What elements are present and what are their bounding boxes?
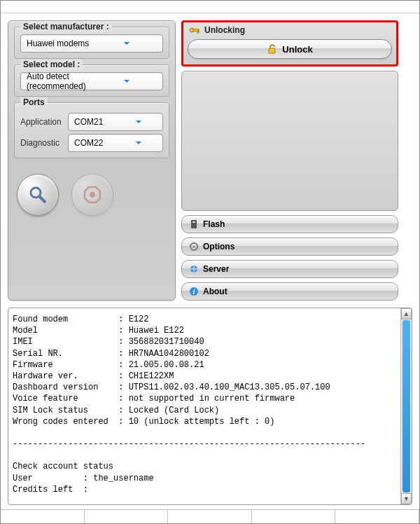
stop-button[interactable] — [71, 174, 113, 216]
manufacturer-combo[interactable]: Huawei modems — [20, 34, 163, 53]
log-area: Found modem : E122 Model : Huawei E122 I… — [8, 308, 412, 505]
padlock-open-icon — [267, 44, 276, 54]
chevron-down-icon — [117, 137, 160, 149]
flash-icon — [189, 219, 199, 229]
unlock-highlight: Unlocking Unlock — [181, 20, 398, 67]
model-value: Auto detect (recommended) — [27, 71, 93, 91]
chevron-down-icon — [93, 37, 160, 50]
content-panel — [181, 71, 398, 211]
model-label: Select model : — [20, 60, 83, 69]
unlocking-header: Unlocking — [188, 25, 392, 39]
chevron-down-icon — [117, 116, 160, 128]
model-group: Select model : Auto detect (recommended) — [14, 64, 169, 97]
stop-icon — [83, 185, 102, 205]
search-icon — [27, 184, 48, 205]
svg-rect-8 — [191, 220, 197, 228]
flash-button[interactable]: Flash — [181, 215, 398, 233]
options-label: Options — [203, 242, 234, 251]
options-button[interactable]: Options — [181, 237, 398, 256]
model-combo[interactable]: Auto detect (recommended) — [20, 72, 163, 90]
svg-line-1 — [39, 196, 45, 202]
scrollbar[interactable]: ▲ ▼ — [400, 308, 412, 504]
unlock-button[interactable]: Unlock — [188, 39, 392, 59]
svg-rect-7 — [269, 48, 275, 53]
chevron-down-icon — [93, 75, 160, 88]
search-button[interactable] — [17, 174, 59, 216]
statusbar — [1, 509, 419, 523]
about-button[interactable]: i About — [181, 282, 398, 301]
titlebar — [1, 1, 419, 13]
ports-label: Ports — [20, 97, 48, 107]
svg-text:i: i — [193, 288, 195, 296]
scroll-up-icon[interactable]: ▲ — [401, 308, 412, 319]
manufacturer-label: Select manufacturer : — [20, 22, 112, 32]
key-icon — [189, 25, 200, 35]
server-button[interactable]: Server — [181, 260, 398, 278]
unlocking-label: Unlocking — [204, 25, 245, 35]
scroll-thumb[interactable] — [402, 320, 410, 492]
app-port-label: Application — [20, 117, 64, 127]
diag-port-label: Diagnostic — [20, 138, 64, 148]
unlock-label: Unlock — [282, 44, 312, 55]
app-port-combo[interactable]: COM21 — [68, 113, 163, 131]
scroll-down-icon[interactable]: ▼ — [401, 493, 412, 504]
svg-rect-6 — [197, 31, 199, 33]
manufacturer-group: Select manufacturer : Huawei modems — [14, 27, 169, 59]
svg-point-11 — [193, 246, 195, 248]
flash-label: Flash — [203, 219, 225, 229]
right-panel: Unlocking Unlock Flash Options — [181, 20, 398, 301]
main-area: Select manufacturer : Huawei modems Sele… — [1, 13, 419, 308]
info-icon: i — [189, 287, 199, 296]
ports-group: Ports Application COM21 Diagnostic COM22 — [14, 102, 169, 158]
svg-rect-9 — [192, 221, 195, 223]
server-icon — [189, 264, 199, 274]
gear-icon — [189, 242, 199, 251]
app-window: Select manufacturer : Huawei modems Sele… — [0, 0, 420, 524]
about-label: About — [203, 287, 227, 296]
diag-port-combo[interactable]: COM22 — [68, 134, 163, 152]
app-port-value: COM21 — [74, 117, 117, 127]
round-buttons — [14, 164, 169, 219]
svg-point-3 — [90, 192, 95, 198]
diag-port-value: COM22 — [74, 138, 117, 148]
left-panel: Select manufacturer : Huawei modems Sele… — [8, 20, 176, 301]
server-label: Server — [203, 264, 229, 274]
manufacturer-value: Huawei modems — [27, 39, 93, 48]
log-text[interactable]: Found modem : E122 Model : Huawei E122 I… — [8, 308, 400, 504]
